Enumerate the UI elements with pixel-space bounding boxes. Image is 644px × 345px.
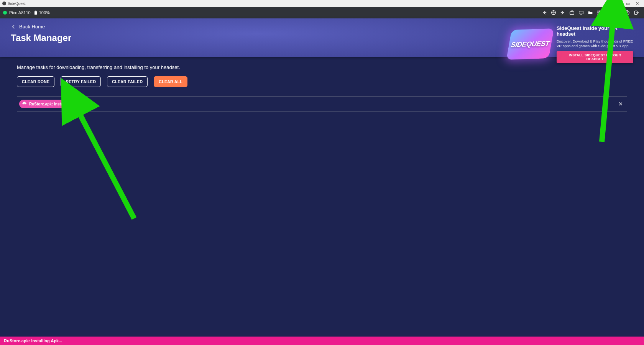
battery-value: 100% [39, 10, 50, 15]
svg-rect-6 [599, 11, 600, 12]
app-toolbar: Pico A8110 100% 1 [0, 7, 644, 18]
grid-icon[interactable] [596, 9, 603, 16]
svg-rect-1 [35, 11, 36, 12]
svg-point-15 [627, 13, 627, 14]
main-content: Manage tasks for downloading, transferri… [0, 57, 644, 119]
device-name: Pico A8110 [9, 10, 31, 15]
help-icon[interactable] [624, 9, 631, 16]
action-button-row: CLEAR DONE RETRY FAILED CLEAR FAILED CLE… [17, 76, 627, 87]
svg-rect-9 [599, 12, 600, 13]
cloud-download-icon [21, 101, 27, 107]
close-icon [618, 101, 623, 107]
svg-rect-3 [570, 12, 574, 14]
connection-status-dot [3, 11, 7, 15]
window-titlebar: SideQuest — ▭ ✕ [0, 0, 644, 7]
svg-rect-13 [601, 14, 602, 15]
retry-failed-button[interactable]: RETRY FAILED [61, 76, 101, 87]
svg-line-17 [76, 107, 134, 219]
clear-done-button[interactable]: CLEAR DONE [17, 76, 54, 87]
globe-icon[interactable] [550, 9, 557, 16]
back-home-label: Back Home [19, 24, 45, 30]
promo-title: SideQuest inside your VR headset [557, 25, 633, 37]
task-cancel-button[interactable] [616, 100, 625, 108]
promo-subtitle: Discover, Download & Play thousands of F… [557, 39, 633, 49]
clear-all-button[interactable]: CLEAR ALL [154, 76, 187, 87]
page-header: Back Home Task Manager SIDEQUEST SideQue… [0, 18, 644, 57]
chevron-left-icon [11, 24, 16, 30]
vr-logo-text: SIDEQUEST [506, 28, 554, 60]
task-label: RuStore.apk: Installing Apk... [29, 102, 82, 106]
nav-back-button[interactable] [541, 9, 548, 16]
page-title: Task Manager [11, 33, 71, 43]
tv-icon[interactable] [568, 9, 575, 16]
svg-rect-10 [601, 12, 602, 13]
window-close-button[interactable]: ✕ [632, 1, 642, 6]
back-home-link[interactable]: Back Home [11, 24, 71, 30]
clear-failed-button[interactable]: CLEAR FAILED [107, 76, 148, 87]
sidequest-vr-logo: SIDEQUEST [509, 29, 551, 59]
task-row: RuStore.apk: Installing Apk... [17, 97, 627, 111]
svg-rect-0 [34, 11, 37, 15]
folder-icon[interactable] [587, 9, 594, 16]
wrench-icon[interactable] [614, 9, 621, 16]
svg-rect-8 [598, 12, 599, 13]
window-maximize-button[interactable]: ▭ [623, 1, 632, 6]
tasks-badge[interactable]: 1 [605, 9, 612, 16]
monitor-icon[interactable] [578, 9, 585, 16]
task-list: RuStore.apk: Installing Apk... [17, 96, 627, 112]
svg-rect-12 [599, 14, 600, 15]
window-minimize-button[interactable]: — [614, 1, 623, 6]
device-battery: 100% [34, 10, 50, 15]
battery-icon [34, 10, 38, 15]
exit-icon[interactable] [633, 9, 640, 16]
svg-rect-4 [579, 11, 583, 14]
app-icon [2, 2, 6, 5]
page-description: Manage tasks for downloading, transferri… [17, 64, 627, 70]
status-bar: RuStore.apk: Installing Apk... [0, 337, 644, 345]
nav-forward-button[interactable] [559, 9, 566, 16]
status-text: RuStore.apk: Installing Apk... [4, 338, 62, 343]
window-title: SideQuest [8, 2, 26, 6]
task-status-chip: RuStore.apk: Installing Apk... [19, 100, 87, 108]
svg-rect-7 [601, 11, 602, 12]
svg-rect-5 [598, 11, 599, 12]
svg-rect-11 [598, 14, 599, 15]
